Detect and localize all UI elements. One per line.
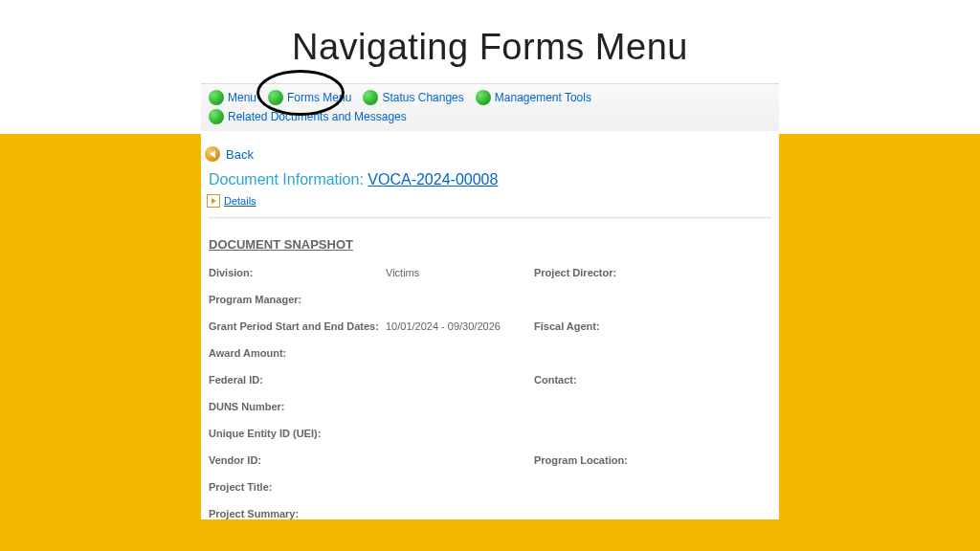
division-label: Division:: [209, 267, 386, 278]
division-value: Victims: [386, 267, 534, 278]
project-summary-value: [386, 508, 534, 519]
contact-label: Contact:: [534, 374, 630, 386]
project-director-label: Project Director:: [534, 267, 630, 278]
nav-bar: Menu Forms Menu Status Changes Managemen…: [201, 83, 779, 131]
nav-menu[interactable]: Menu: [205, 90, 260, 105]
details-row: Details: [201, 192, 779, 217]
nav-management-tools[interactable]: Management Tools: [472, 90, 595, 105]
grant-period-value: 10/01/2024 - 09/30/2026: [386, 320, 534, 332]
contact-value: [630, 374, 771, 386]
nav-icon: [363, 90, 378, 105]
page-title: Navigating Forms Menu: [0, 0, 980, 83]
back-row: Back: [201, 131, 779, 171]
details-link[interactable]: Details: [224, 195, 256, 207]
vendor-id-label: Vendor ID:: [209, 454, 386, 466]
project-summary-label: Project Summary:: [209, 508, 386, 519]
nav-label: Related Documents and Messages: [228, 110, 407, 123]
divider: [209, 217, 771, 218]
document-info: Document Information: VOCA-2024-00008: [201, 171, 779, 192]
nav-status-changes[interactable]: Status Changes: [359, 90, 467, 105]
project-title-label: Project Title:: [209, 481, 386, 493]
uei-label: Unique Entity ID (UEI):: [209, 428, 386, 439]
uei-value: [386, 428, 534, 439]
nav-icon: [476, 90, 491, 105]
doc-info-link[interactable]: VOCA-2024-00008: [368, 171, 498, 187]
nav-icon: [268, 90, 283, 105]
back-link[interactable]: Back: [226, 147, 254, 162]
program-manager-label: Program Manager:: [209, 294, 386, 305]
program-location-label: Program Location:: [534, 454, 630, 466]
snapshot-title: DOCUMENT SNAPSHOT: [201, 237, 779, 267]
duns-label: DUNS Number:: [209, 401, 386, 412]
federal-id-label: Federal ID:: [209, 374, 386, 386]
nav-label: Forms Menu: [287, 91, 351, 104]
nav-wrap: Menu Forms Menu Status Changes Managemen…: [201, 83, 779, 131]
fiscal-agent-value: [630, 320, 771, 332]
nav-label: Menu: [228, 91, 256, 104]
award-amount-label: Award Amount:: [209, 347, 386, 359]
doc-info-label: Document Information:: [209, 171, 368, 187]
nav-forms-menu[interactable]: Forms Menu: [264, 90, 355, 105]
back-icon: [205, 146, 220, 162]
expand-icon[interactable]: [207, 194, 220, 208]
award-amount-value: [386, 347, 534, 359]
snapshot-grid: Division: Victims Project Director: Prog…: [201, 267, 779, 519]
project-director-value: [630, 267, 771, 278]
duns-value: [386, 401, 534, 412]
nav-related-documents[interactable]: Related Documents and Messages: [205, 109, 411, 124]
grant-period-label: Grant Period Start and End Dates:: [209, 320, 386, 332]
nav-label: Management Tools: [495, 91, 591, 104]
program-location-value: [630, 454, 771, 466]
vendor-id-value: [386, 454, 534, 466]
nav-icon: [209, 90, 224, 105]
project-title-value: [386, 481, 534, 493]
nav-icon: [209, 109, 224, 124]
fiscal-agent-label: Fiscal Agent:: [534, 320, 630, 332]
program-manager-value: [386, 294, 534, 305]
content-panel: Menu Forms Menu Status Changes Managemen…: [201, 83, 779, 519]
nav-label: Status Changes: [382, 91, 463, 104]
federal-id-value: [386, 374, 534, 386]
